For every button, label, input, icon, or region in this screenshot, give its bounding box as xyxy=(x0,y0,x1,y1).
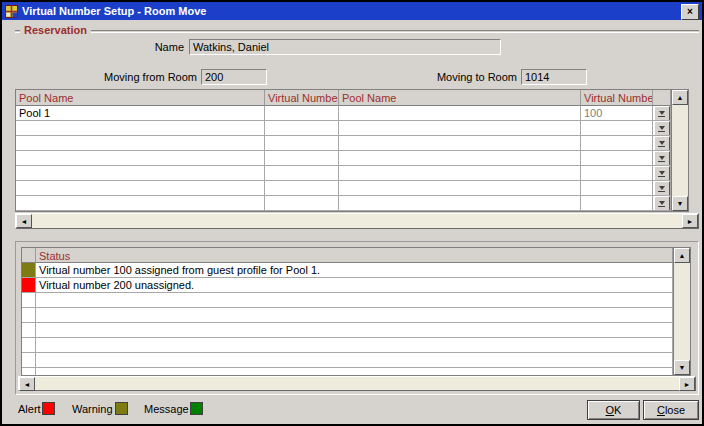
close-button[interactable]: × xyxy=(681,4,699,20)
title-bar[interactable]: Virtual Number Setup - Room Move × xyxy=(2,2,702,20)
severity-column-header xyxy=(22,248,36,263)
pool-name-cell[interactable]: Pool 1 xyxy=(16,106,265,121)
lov-cell xyxy=(653,106,671,121)
status-row[interactable]: Virtual number 100 assigned from guest p… xyxy=(22,263,673,278)
lov-button[interactable] xyxy=(654,151,670,166)
virtual-number-cell[interactable] xyxy=(265,166,339,181)
virtual-number-cell[interactable] xyxy=(265,196,339,211)
status-row[interactable]: Virtual number 200 unassigned. xyxy=(22,278,673,293)
virtual-number-cell-2[interactable]: 100 xyxy=(581,106,653,121)
lov-button[interactable] xyxy=(654,106,670,121)
scroll-right-button[interactable]: ► xyxy=(682,214,698,228)
status-row[interactable] xyxy=(22,353,673,368)
dropdown-bar-icon xyxy=(658,116,665,117)
virtual-number-cell[interactable] xyxy=(265,151,339,166)
severity-chip xyxy=(22,278,36,292)
table-row[interactable] xyxy=(16,151,671,166)
scrollbar-track[interactable] xyxy=(32,214,682,228)
status-row[interactable] xyxy=(22,368,673,376)
scrollbar-track[interactable] xyxy=(35,377,679,390)
moving-from-room-label: Moving from Room xyxy=(87,69,197,85)
severity-cell xyxy=(22,278,36,293)
name-field[interactable]: Watkins, Daniel xyxy=(189,39,501,55)
column-header-pool-name: Pool Name xyxy=(16,90,265,106)
severity-cell xyxy=(22,368,36,376)
dropdown-arrow-icon xyxy=(659,156,665,160)
scrollbar-track[interactable] xyxy=(674,263,690,360)
pool-table-header-row: Pool Name Virtual Number Pool Name Virtu… xyxy=(16,90,671,106)
pool-name-cell[interactable] xyxy=(16,136,265,151)
scroll-left-button[interactable]: ◄ xyxy=(19,377,35,391)
group-box-label: Reservation xyxy=(20,24,91,36)
virtual-number-cell-2[interactable] xyxy=(581,196,653,211)
ok-button[interactable]: OK xyxy=(587,400,640,420)
virtual-number-cell-2[interactable] xyxy=(581,136,653,151)
scroll-down-button[interactable]: ▼ xyxy=(672,196,688,211)
virtual-number-cell-2[interactable] xyxy=(581,166,653,181)
dropdown-bar-icon xyxy=(658,146,665,147)
scrollbar-track[interactable] xyxy=(672,105,688,196)
pool-name-cell[interactable] xyxy=(16,166,265,181)
virtual-number-cell[interactable] xyxy=(265,106,339,121)
pool-name-cell-2[interactable] xyxy=(339,166,581,181)
virtual-number-cell-2[interactable] xyxy=(581,181,653,196)
lov-button[interactable] xyxy=(654,136,670,151)
status-row[interactable] xyxy=(22,323,673,338)
scroll-up-button[interactable]: ▲ xyxy=(672,90,688,105)
lov-button[interactable] xyxy=(654,181,670,196)
dropdown-bar-icon xyxy=(658,176,665,177)
scroll-left-button[interactable]: ◄ xyxy=(16,214,32,228)
status-table: Status Virtual number 100 assigned from … xyxy=(21,247,691,376)
virtual-number-cell[interactable] xyxy=(265,136,339,151)
dropdown-bar-icon xyxy=(658,131,665,132)
pool-name-cell[interactable] xyxy=(16,181,265,196)
pool-name-cell[interactable] xyxy=(16,121,265,136)
virtual-number-cell[interactable] xyxy=(265,181,339,196)
table-row[interactable] xyxy=(16,121,671,136)
scroll-down-button[interactable]: ▼ xyxy=(674,360,690,375)
status-text xyxy=(36,308,673,323)
lov-cell xyxy=(653,151,671,166)
lov-button[interactable] xyxy=(654,166,670,181)
status-vertical-scrollbar[interactable]: ▲ ▼ xyxy=(673,248,690,375)
close-button[interactable]: Close xyxy=(643,400,699,420)
table-row[interactable] xyxy=(16,136,671,151)
left-arrow-icon: ◄ xyxy=(24,381,31,388)
status-row[interactable] xyxy=(22,293,673,308)
pool-name-cell-2[interactable] xyxy=(339,151,581,166)
pool-name-cell[interactable] xyxy=(16,151,265,166)
table-row[interactable] xyxy=(16,196,671,211)
pool-name-cell-2[interactable] xyxy=(339,106,581,121)
pool-table-horizontal-scrollbar[interactable]: ◄ ► xyxy=(15,213,699,229)
table-row[interactable] xyxy=(16,181,671,196)
pool-table-vertical-scrollbar[interactable]: ▲ ▼ xyxy=(671,90,688,211)
pool-name-cell-2[interactable] xyxy=(339,136,581,151)
status-table-grid: Status Virtual number 100 assigned from … xyxy=(22,248,673,375)
table-row[interactable]: Pool 1 100 xyxy=(16,106,671,121)
status-text xyxy=(36,368,673,376)
status-text xyxy=(36,353,673,368)
status-text: Virtual number 100 assigned from guest p… xyxy=(36,263,673,278)
status-row[interactable] xyxy=(22,308,673,323)
severity-cell xyxy=(22,263,36,278)
severity-chip xyxy=(22,353,36,367)
virtual-number-cell-2[interactable] xyxy=(581,151,653,166)
virtual-number-cell-2[interactable] xyxy=(581,121,653,136)
severity-chip xyxy=(22,368,36,376)
virtual-number-cell[interactable] xyxy=(265,121,339,136)
pool-name-cell-2[interactable] xyxy=(339,196,581,211)
severity-chip xyxy=(22,308,36,322)
scroll-right-button[interactable]: ► xyxy=(679,377,695,391)
status-horizontal-scrollbar[interactable]: ◄ ► xyxy=(18,376,696,391)
pool-name-cell-2[interactable] xyxy=(339,121,581,136)
message-legend-chip xyxy=(190,402,203,415)
lov-button[interactable] xyxy=(654,121,670,136)
table-row[interactable] xyxy=(16,166,671,181)
scroll-up-button[interactable]: ▲ xyxy=(674,248,690,263)
moving-from-room-field[interactable]: 200 xyxy=(201,69,267,85)
pool-name-cell-2[interactable] xyxy=(339,181,581,196)
status-row[interactable] xyxy=(22,338,673,353)
moving-to-room-field[interactable]: 1014 xyxy=(521,69,587,85)
pool-name-cell[interactable] xyxy=(16,196,265,211)
lov-button[interactable] xyxy=(654,196,670,211)
